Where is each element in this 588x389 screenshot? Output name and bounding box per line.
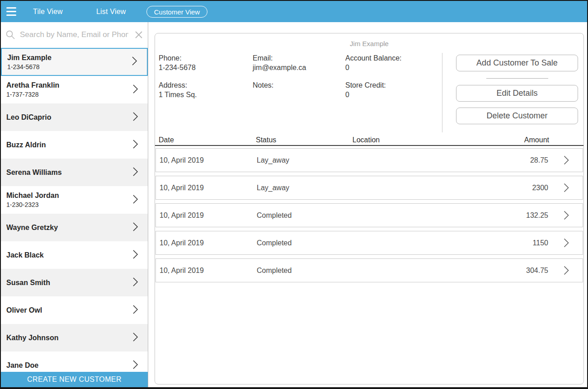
column-header-date: Date (159, 136, 256, 144)
customer-list-item[interactable]: Wayne Gretzky (1, 214, 148, 241)
customer-list-item[interactable]: Oliver Owl (1, 296, 148, 324)
customer-name: Kathy Johnson (6, 333, 148, 342)
transaction-date: 10, April 2019 (160, 156, 257, 164)
chevron-right-icon (132, 222, 138, 234)
customer-name: Oliver Owl (6, 306, 148, 314)
customer-name: Leo DiCaprio (6, 113, 148, 122)
transaction-row[interactable]: 10, April 2019 Completed 132.25 (155, 203, 583, 227)
transaction-row[interactable]: 10, April 2019 Lay_away 2300 (155, 176, 583, 200)
transaction-date: 10, April 2019 (160, 211, 257, 220)
transaction-row[interactable]: 10, April 2019 Completed 304.75 (155, 258, 583, 282)
chevron-right-icon (132, 305, 138, 316)
customer-phone: 1-234-5678 (7, 63, 147, 71)
chevron-right-icon (132, 277, 138, 289)
customer-phone: 1-230-2323 (6, 201, 148, 209)
field-label: Store Credit: (345, 80, 442, 90)
transaction-amount: 28.75 (405, 156, 554, 164)
customer-name: Wayne Gretzky (6, 223, 148, 232)
delete-customer-button[interactable]: Delete Customer (456, 108, 578, 124)
transaction-date: 10, April 2019 (160, 239, 257, 247)
customer-list-item[interactable]: Leo DiCaprio (1, 103, 148, 131)
transaction-row[interactable]: 10, April 2019 Completed 1150 (155, 231, 583, 255)
customer-list-item[interactable]: Buzz Aldrin (1, 131, 148, 159)
transaction-date: 10, April 2019 (160, 184, 257, 192)
search-icon (5, 29, 16, 42)
chevron-right-icon (554, 155, 579, 165)
customer-detail-header: Jim Example Phone: 1-234-5678 Email: jim… (155, 33, 583, 135)
transactions-list: 10, April 2019 Lay_away 28.75 10, April … (155, 148, 583, 286)
customer-list-item[interactable]: Jack Black (1, 241, 148, 269)
customer-fields: Phone: 1-234-5678 Email: jim@example.ca … (159, 53, 442, 99)
chevron-right-icon (554, 238, 579, 248)
edit-details-button[interactable]: Edit Details (456, 85, 578, 102)
chevron-right-icon (554, 211, 579, 220)
customer-list-item[interactable]: Serena Williams (1, 159, 148, 186)
transaction-amount: 1150 (405, 239, 554, 247)
field-label: Email: (253, 53, 345, 63)
add-customer-to-sale-button[interactable]: Add Customer To Sale (456, 55, 578, 71)
chevron-right-icon (132, 194, 138, 206)
chevron-right-icon (132, 332, 138, 344)
customer-list-item[interactable]: Aretha Franklin 1-737-7328 (1, 76, 148, 103)
chevron-right-icon (132, 360, 138, 371)
customer-name: Michael Jordan (6, 191, 148, 200)
customer-field: Notes: (253, 80, 345, 99)
chevron-right-icon (132, 56, 137, 68)
transaction-status: Completed (257, 267, 329, 275)
vertical-divider (442, 53, 442, 132)
customer-sidebar: Jim Example 1-234-5678 Aretha Franklin 1… (1, 22, 148, 387)
transaction-status: Completed (257, 239, 329, 247)
customer-list-item[interactable]: Michael Jordan 1-230-2323 (1, 186, 148, 214)
transaction-amount: 304.75 (405, 267, 554, 275)
chevron-right-icon (132, 84, 138, 96)
transactions-header: Date Status Location Amount (155, 135, 583, 146)
transaction-row[interactable]: 10, April 2019 Lay_away 28.75 (155, 148, 583, 172)
main-panel: Jim Example Phone: 1-234-5678 Email: jim… (149, 22, 587, 387)
field-label: Phone: (159, 53, 253, 63)
customer-name: Aretha Franklin (6, 81, 148, 89)
customer-detail-card: Jim Example Phone: 1-234-5678 Email: jim… (155, 33, 584, 384)
transaction-amount: 2300 (405, 184, 554, 192)
field-label: Account Balance: (345, 53, 442, 63)
customer-name: Jane Doe (6, 361, 148, 370)
menu-icon[interactable] (6, 7, 16, 16)
customer-search (1, 22, 148, 48)
search-input[interactable] (20, 28, 128, 41)
customer-list: Jim Example 1-234-5678 Aretha Franklin 1… (1, 48, 148, 387)
pos-customer-screen: { "topbar": { "tile_view": "Tile View", … (0, 0, 588, 389)
column-header-status: Status (256, 136, 328, 144)
transaction-date: 10, April 2019 (160, 267, 257, 275)
customer-field: Address: 1 Times Sq. (159, 80, 253, 99)
customer-name: Jim Example (7, 53, 147, 62)
tab-list-view[interactable]: List View (96, 1, 126, 22)
tab-tile-view[interactable]: Tile View (33, 1, 63, 22)
customer-list-item[interactable]: Kathy Johnson (1, 324, 148, 352)
chevron-right-icon (132, 167, 138, 178)
tab-customer-view[interactable]: Customer View (146, 6, 207, 18)
chevron-right-icon (132, 112, 138, 123)
transaction-status: Lay_away (257, 184, 329, 192)
customer-field: Store Credit: 0 (345, 80, 442, 99)
customer-field: Account Balance: 0 (345, 53, 442, 72)
field-value: 1-234-5678 (159, 63, 253, 72)
chevron-right-icon (554, 183, 579, 192)
customer-actions: Add Customer To Sale Edit Details Delete… (456, 55, 578, 124)
actions-divider (486, 78, 548, 79)
column-header-location: Location (328, 136, 404, 144)
field-value: jim@example.ca (253, 63, 345, 72)
customer-list-item[interactable]: Susan Smith (1, 269, 148, 296)
create-new-customer-button[interactable]: CREATE NEW CUSTOMER (1, 372, 148, 387)
column-header-amount: Amount (404, 136, 555, 144)
clear-search-icon[interactable] (133, 29, 144, 42)
customer-field: Phone: 1-234-5678 (159, 53, 253, 72)
top-bar: Tile View List View Customer View (1, 1, 587, 22)
field-label: Notes: (253, 80, 345, 90)
field-value (253, 90, 345, 99)
customer-list-item[interactable]: Jim Example 1-234-5678 (1, 48, 148, 76)
customer-title: Jim Example (155, 40, 583, 47)
transaction-amount: 132.25 (405, 211, 554, 220)
transaction-status: Completed (257, 211, 329, 220)
customer-field: Email: jim@example.ca (253, 53, 345, 72)
chevron-right-icon (132, 139, 138, 151)
customer-name: Susan Smith (6, 278, 148, 287)
